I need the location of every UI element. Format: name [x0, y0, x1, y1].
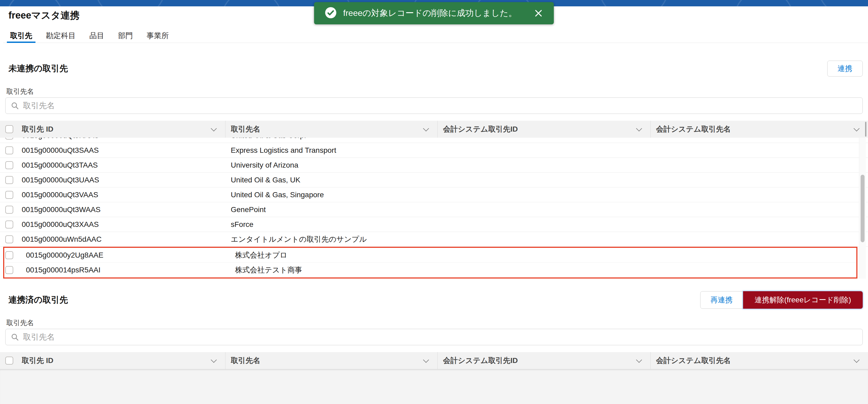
- tab-torihikisaki[interactable]: 取引先: [7, 29, 35, 42]
- chevron-down-icon[interactable]: [423, 357, 429, 363]
- unlinked-accounts-table: 取引先 ID取引先名会計システム取引先ID会計システム取引先名 0015g000…: [0, 121, 868, 279]
- linked-section-header: 連携済の取引先 再連携 連携解除(freeeレコード削除): [8, 292, 863, 308]
- chevron-down-icon[interactable]: [854, 125, 860, 132]
- unlinked-search-wrap: [5, 97, 863, 114]
- link-button[interactable]: 連携: [827, 61, 863, 77]
- cell-account-name: 株式会社オプロ: [230, 248, 442, 262]
- column-header-label: 取引先 ID: [22, 355, 54, 366]
- unlinked-section-title: 未連携の取引先: [8, 63, 68, 75]
- chevron-down-icon[interactable]: [636, 125, 642, 132]
- chevron-down-icon[interactable]: [854, 357, 860, 363]
- checkbox-cell: [0, 143, 17, 157]
- cell-account-id: 0015g00000uQt3WAAS: [17, 202, 225, 217]
- cell-acct-system-name: [651, 217, 868, 232]
- cell-acct-system-id: [438, 232, 651, 247]
- row-checkbox[interactable]: [5, 161, 13, 169]
- select-all-checkbox[interactable]: [5, 356, 13, 365]
- unlink-delete-button[interactable]: 連携解除(freeeレコード削除): [743, 291, 863, 309]
- unlinked-section-header: 未連携の取引先 連携: [8, 60, 863, 77]
- linked-table-empty-body: [0, 369, 868, 404]
- success-toast: freeeの対象レコードの削除に成功しました。: [314, 2, 554, 24]
- column-header[interactable]: 取引先名: [225, 352, 438, 369]
- column-header-label: 会計システム取引先ID: [443, 124, 518, 134]
- column-header[interactable]: 取引先 ID: [17, 352, 225, 369]
- clipped-row: 0015g00000uQt3RAASUnited Oil & Gas Corp.: [0, 138, 868, 143]
- linked-search-input[interactable]: [5, 329, 863, 345]
- tab-jigyousho[interactable]: 事業所: [144, 29, 172, 42]
- relink-button[interactable]: 再連携: [700, 291, 743, 309]
- column-header-label: 会計システム取引先名: [656, 355, 731, 366]
- tab-hinmoku[interactable]: 品目: [86, 29, 107, 42]
- cell-acct-system-id: [438, 158, 651, 172]
- row-checkbox[interactable]: [5, 266, 13, 274]
- row-checkbox[interactable]: [5, 191, 13, 199]
- column-header[interactable]: 会計システム取引先名: [651, 352, 868, 369]
- cell-account-id: 0015g00000uQt3SAAS: [17, 143, 225, 157]
- checkbox-cell: [4, 263, 21, 278]
- row-checkbox[interactable]: [5, 138, 13, 140]
- chevron-down-icon[interactable]: [211, 357, 217, 363]
- checkbox-cell: [0, 187, 17, 202]
- checkbox-cell: [0, 121, 17, 138]
- cell-account-id: 0015g00000uQt3UAAS: [17, 173, 225, 187]
- cell-account-id: 0015g00000uQt3TAAS: [17, 158, 225, 172]
- cell-acct-system-id: [438, 173, 651, 187]
- column-header[interactable]: 取引先名: [225, 121, 438, 138]
- close-icon[interactable]: [534, 8, 543, 18]
- row-checkbox[interactable]: [5, 235, 13, 243]
- success-check-icon: [325, 7, 337, 20]
- cell-acct-system-name: [655, 263, 856, 278]
- checkbox-cell: [0, 352, 17, 369]
- column-header-label: 会計システム取引先ID: [443, 355, 518, 366]
- tab-bumon[interactable]: 部門: [115, 29, 136, 42]
- table-scrollbar[interactable]: [859, 138, 866, 279]
- row-checkbox[interactable]: [5, 176, 13, 184]
- cell-acct-system-id: [438, 143, 651, 157]
- row-checkbox[interactable]: [5, 221, 13, 229]
- cell-account-id: 0015g00000y2Ug8AAE: [21, 248, 230, 262]
- chevron-down-icon[interactable]: [211, 125, 217, 132]
- table-row: 0015g00000uWn5dAACエンタイトルメントの取引先のサンプル: [0, 232, 868, 247]
- cell-acct-system-name: [651, 138, 868, 143]
- tab-kanjoukamoku[interactable]: 勘定科目: [43, 29, 79, 42]
- column-header-label: 取引先名: [231, 124, 260, 134]
- unlinked-search-input[interactable]: [5, 97, 863, 114]
- column-header[interactable]: 会計システム取引先名: [651, 121, 868, 138]
- cell-account-name: エンタイトルメントの取引先のサンプル: [225, 232, 438, 247]
- unlinked-table-header: 取引先 ID取引先名会計システム取引先ID会計システム取引先名: [0, 121, 868, 138]
- cell-acct-system-name: [651, 202, 868, 217]
- table-row: 0015g00000y2Ug8AAE株式会社オプロ: [4, 248, 856, 263]
- cell-account-id: 0015g00000uQt3VAAS: [17, 187, 225, 202]
- chevron-down-icon[interactable]: [423, 125, 429, 132]
- table-row: 0015g00000uQt3VAASUnited Oil & Gas, Sing…: [0, 187, 868, 202]
- header-scroll-indicator: [865, 122, 866, 137]
- cell-account-name: United Oil & Gas, UK: [225, 173, 438, 187]
- table-row: 0015g000014psR5AAI株式会社テスト商事: [4, 263, 856, 278]
- cell-acct-system-id: [438, 187, 651, 202]
- unlinked-table-body: 0015g00000uQt3RAASUnited Oil & Gas Corp.…: [0, 138, 868, 279]
- main-card: freeeマスタ連携 取引先 勘定科目 品目 部門 事業所 未連携の取引先 連携…: [0, 6, 868, 404]
- checkbox-cell: [0, 232, 17, 247]
- select-all-checkbox[interactable]: [5, 125, 13, 133]
- column-header[interactable]: 会計システム取引先ID: [438, 121, 651, 138]
- table-row: 0015g00000uQt3UAASUnited Oil & Gas, UK: [0, 173, 868, 187]
- tab-bar: 取引先 勘定科目 品目 部門 事業所: [3, 28, 868, 43]
- row-checkbox[interactable]: [5, 146, 13, 154]
- table-row: 0015g00000uQt3SAASExpress Logistics and …: [0, 143, 868, 158]
- column-header-label: 取引先 ID: [22, 124, 54, 134]
- cell-account-name: 株式会社テスト商事: [230, 263, 442, 278]
- linked-actions: 再連携 連携解除(freeeレコード削除): [700, 291, 863, 309]
- cell-acct-system-name: [651, 232, 868, 247]
- page: freeeマスタ連携 取引先 勘定科目 品目 部門 事業所 未連携の取引先 連携…: [0, 0, 868, 404]
- table-row: 0015g00000uQt3RAASUnited Oil & Gas Corp.: [0, 138, 868, 143]
- column-header[interactable]: 会計システム取引先ID: [438, 352, 651, 369]
- scrollbar-thumb[interactable]: [861, 175, 865, 242]
- chevron-down-icon[interactable]: [636, 357, 642, 363]
- row-checkbox[interactable]: [5, 206, 13, 214]
- linked-table-header: 取引先 ID取引先名会計システム取引先ID会計システム取引先名: [0, 352, 868, 369]
- linked-section-title: 連携済の取引先: [8, 294, 68, 306]
- cell-account-name: Express Logistics and Transport: [225, 143, 438, 157]
- cell-account-name: United Oil & Gas Corp.: [225, 138, 438, 143]
- row-checkbox[interactable]: [5, 251, 13, 259]
- column-header[interactable]: 取引先 ID: [17, 121, 225, 138]
